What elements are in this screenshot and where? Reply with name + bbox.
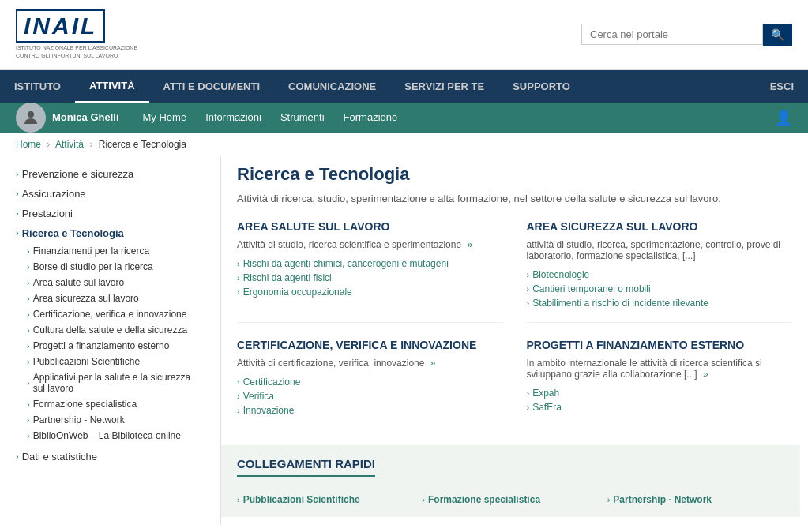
nav-servizi[interactable]: SERVIZI PER TE	[390, 71, 498, 102]
sidebar-sub-borse[interactable]: › Borse di studio per la ricerca	[16, 259, 205, 275]
card-desc-progetti: In ambito internazionale le attività di …	[527, 358, 793, 380]
chevron-icon: ›	[237, 495, 240, 504]
list-item[interactable]: › Biotecnologie	[527, 268, 793, 282]
list-item[interactable]: › Certificazione	[237, 375, 503, 389]
search-input[interactable]	[581, 24, 763, 45]
page-description: Attività di ricerca, studio, sperimentaz…	[237, 193, 792, 204]
page-title: Ricerca e Tecnologia	[237, 164, 792, 185]
list-item[interactable]: › Innovazione	[237, 403, 503, 418]
user-nav-strumenti[interactable]: Strumenti	[280, 103, 325, 131]
nav-attivita[interactable]: ATTIVITÀ	[75, 70, 149, 103]
sidebar-sub-formazione[interactable]: › Formazione specialistica	[16, 396, 205, 412]
breadcrumb-sep1: ›	[47, 139, 50, 150]
card-certificazione: CERTIFICAZIONE, VERIFICA E INNOVAZIONE A…	[237, 339, 503, 429]
chevron-icon: ›	[237, 406, 240, 415]
nav-supporto[interactable]: SUPPORTO	[498, 71, 584, 102]
user-name[interactable]: Monica Ghelli	[52, 111, 119, 123]
chevron-icon: ›	[527, 284, 530, 294]
sidebar-sub-certificazione[interactable]: › Certificazione, verifica e innovazione	[16, 306, 205, 322]
quick-links-grid: › Pubblicazioni Scientifiche › Formazion…	[237, 494, 784, 505]
sidebar-sub-area-salute[interactable]: › Area salute sul lavoro	[16, 275, 205, 290]
list-item[interactable]: › Cantieri temporanei o mobili	[527, 282, 793, 296]
nav-exit[interactable]: ESCI	[756, 71, 808, 102]
chevron-icon: ›	[237, 377, 240, 387]
user-account-icon[interactable]: 👤	[775, 109, 792, 126]
chevron-icon: ›	[16, 189, 19, 198]
chevron-icon: ›	[237, 259, 240, 268]
card-desc-area-sicurezza: attività di studio, ricerca, sperimentaz…	[527, 239, 793, 261]
card-desc-certificazione: Attività di certificazione, verifica, in…	[237, 358, 503, 369]
more-link[interactable]: »	[703, 369, 708, 380]
user-nav-formazione[interactable]: Formazione	[344, 103, 398, 131]
sidebar-sub-finanziamenti[interactable]: › Finanziamenti per la ricerca	[16, 243, 205, 259]
card-progetti: PROGETTI A FINANZIAMENTO ESTERNO In ambi…	[527, 339, 793, 429]
nav-atti[interactable]: ATTI E DOCUMENTI	[149, 71, 275, 102]
card-list-area-sicurezza: › Biotecnologie › Cantieri temporanei o …	[527, 268, 793, 310]
header: INAIL ISTITUTO NAZIONALE PER L'ASSICURAZ…	[0, 0, 808, 70]
chevron-icon: ›	[237, 392, 240, 401]
card-list-progetti: › Expah › SafEra	[527, 386, 793, 414]
card-title-area-salute[interactable]: AREA SALUTE SUL LAVORO	[237, 220, 503, 233]
search-button[interactable]: 🔍	[763, 24, 792, 46]
list-item[interactable]: › Rischi da agenti fisici	[237, 271, 503, 285]
card-area-sicurezza: AREA SICUREZZA SUL LAVORO attività di st…	[527, 220, 793, 323]
sidebar-sub-cultura[interactable]: › Cultura della salute e della sicurezza	[16, 322, 205, 338]
breadcrumb-home[interactable]: Home	[16, 139, 41, 150]
sidebar-item-ricerca[interactable]: › Ricerca e Tecnologia	[16, 223, 205, 243]
sidebar-item-assicurazione[interactable]: › Assicurazione	[16, 184, 205, 204]
card-title-area-sicurezza[interactable]: AREA SICUREZZA SUL LAVORO	[527, 220, 793, 233]
quick-link-item-0[interactable]: › Pubblicazioni Scientifiche	[237, 494, 414, 505]
chevron-icon: ›	[527, 270, 530, 279]
more-link[interactable]: »	[467, 239, 472, 250]
sidebar-sub-progetti[interactable]: › Progetti a finanziamento esterno	[16, 338, 205, 354]
sidebar: › Prevenzione e sicurezza › Assicurazion…	[16, 156, 221, 525]
chevron-icon: ›	[422, 495, 425, 504]
chevron-icon: ›	[607, 495, 611, 504]
list-item[interactable]: › Stabilimenti a rischio di incidente ri…	[527, 296, 793, 310]
card-list-certificazione: › Certificazione › Verifica › Innovazion…	[237, 375, 503, 418]
main-layout: › Prevenzione e sicurezza › Assicurazion…	[0, 156, 808, 525]
card-title-progetti[interactable]: PROGETTI A FINANZIAMENTO ESTERNO	[527, 339, 793, 351]
more-link[interactable]: »	[430, 358, 436, 369]
sidebar-sub-pubblicazioni[interactable]: › Pubblicazioni Scientifiche	[16, 354, 205, 369]
card-grid: AREA SALUTE SUL LAVORO Attività di studi…	[237, 220, 792, 429]
chevron-icon: ›	[16, 169, 19, 178]
logo-subtitle: ISTITUTO NAZIONALE PER L'ASSICURAZIONE C…	[16, 44, 137, 60]
sidebar-item-prevenzione[interactable]: › Prevenzione e sicurezza	[16, 164, 205, 184]
card-desc-area-salute: Attività di studio, ricerca scientifica …	[237, 239, 503, 250]
quick-link-item-1[interactable]: › Formazione specialistica	[422, 494, 599, 505]
user-nav-informazioni[interactable]: Informazioni	[205, 103, 261, 131]
list-item[interactable]: › Verifica	[237, 389, 503, 403]
sidebar-sub-partnership[interactable]: › Partnership - Network	[16, 412, 205, 428]
nav-istituto[interactable]: ISTITUTO	[0, 71, 75, 102]
breadcrumb-attivita[interactable]: Attività	[55, 139, 84, 150]
sidebar-sub-area-sicurezza[interactable]: › Area sicurezza sul lavoro	[16, 290, 205, 306]
chevron-icon: ›	[16, 451, 19, 461]
svg-point-0	[28, 111, 34, 118]
card-title-certificazione[interactable]: CERTIFICAZIONE, VERIFICA E INNOVAZIONE	[237, 339, 503, 351]
chevron-icon-active: ›	[16, 228, 19, 238]
search-area: 🔍	[581, 24, 792, 46]
user-bar: Monica Ghelli My Home Informazioni Strum…	[0, 103, 808, 133]
avatar	[16, 103, 46, 133]
breadcrumb-current: Ricerca e Tecnologia	[99, 139, 186, 150]
chevron-icon: ›	[527, 403, 530, 412]
quick-links-title: COLLEGAMENTI RAPIDI	[237, 457, 375, 477]
sidebar-item-dati[interactable]: › Dati e statistiche	[16, 447, 205, 466]
quick-link-item-2[interactable]: › Partnership - Network	[607, 494, 784, 505]
breadcrumb: Home › Attività › Ricerca e Tecnologia	[0, 133, 808, 156]
chevron-icon: ›	[237, 287, 240, 297]
nav-comunicazione[interactable]: COMUNICAZIONE	[274, 71, 390, 102]
breadcrumb-sep2: ›	[89, 139, 92, 150]
user-nav-myhome[interactable]: My Home	[143, 103, 187, 131]
list-item[interactable]: › SafEra	[527, 400, 793, 414]
sidebar-sub-biblio[interactable]: › BiblioOnWeb – La Biblioteca online	[16, 428, 205, 444]
sidebar-sub-applicativi[interactable]: › Applicativi per la salute e la sicurez…	[16, 369, 205, 396]
list-item[interactable]: › Expah	[527, 386, 793, 400]
list-item[interactable]: › Ergonomia occupazionale	[237, 285, 503, 299]
chevron-icon: ›	[527, 298, 530, 308]
logo: INAIL	[16, 9, 105, 43]
chevron-icon: ›	[16, 208, 19, 218]
sidebar-item-prestazioni[interactable]: › Prestazioni	[16, 204, 205, 223]
list-item[interactable]: › Rischi da agenti chimici, cancerogeni …	[237, 257, 503, 271]
